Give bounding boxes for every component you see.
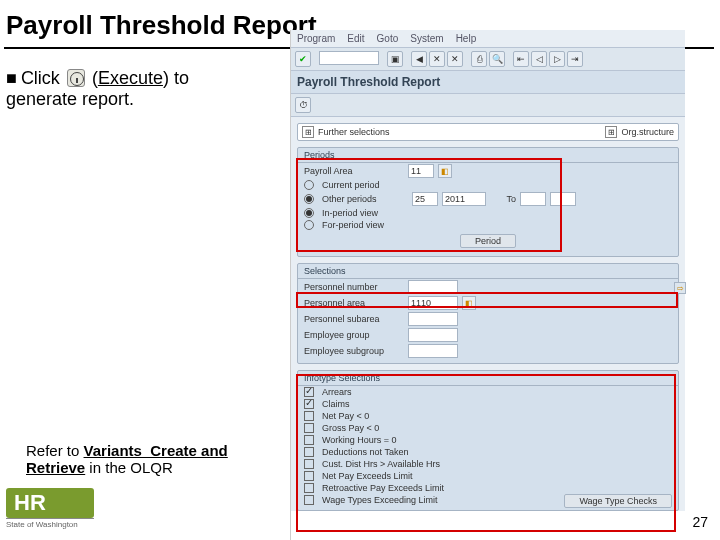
checkbox[interactable]	[304, 447, 314, 457]
infotype-header: Infotype Selections	[298, 371, 678, 386]
further-selections-bar: ⊞ Further selections ⊞ Org.structure	[297, 123, 679, 141]
other-period-2[interactable]: 2011	[442, 192, 486, 206]
infotype-item-0: Arrears	[322, 387, 352, 397]
menu-edit[interactable]: Edit	[347, 33, 364, 44]
main-toolbar: ✔ ▣ ◀ ✕ ✕ ⎙ 🔍 ⇤ ◁ ▷ ⇥	[291, 48, 685, 71]
app-toolbar: ⏱	[291, 94, 685, 117]
checkbox[interactable]	[304, 423, 314, 433]
last-icon[interactable]: ⇥	[567, 51, 583, 67]
periods-header: Periods	[298, 148, 678, 163]
infotype-item-7: Net Pay Exceeds Limit	[322, 471, 413, 481]
hr-sub: State of Washington	[6, 518, 94, 529]
instr-suffix: ) to	[163, 68, 189, 88]
back-icon[interactable]: ◀	[411, 51, 427, 67]
prev-icon[interactable]: ◁	[531, 51, 547, 67]
instr-line2: generate report.	[6, 89, 276, 110]
label-inperiod: In-period view	[322, 208, 378, 218]
infotype-panel: Infotype Selections ArrearsClaimsNet Pay…	[297, 370, 679, 511]
period-button[interactable]: Period	[460, 234, 516, 248]
payroll-area-input[interactable]: 11	[408, 164, 434, 178]
periods-panel: Periods Payroll Area 11 ◧ Current period…	[297, 147, 679, 257]
menu-bar: Program Edit Goto System Help	[291, 30, 685, 48]
expand-icon[interactable]: ⊞	[605, 126, 617, 138]
save-icon[interactable]: ▣	[387, 51, 403, 67]
hr-mark: HR	[6, 488, 94, 518]
expand-icon[interactable]: ⊞	[302, 126, 314, 138]
menu-help[interactable]: Help	[456, 33, 477, 44]
other-period-3[interactable]	[520, 192, 546, 206]
infotype-item-6: Cust. Dist Hrs > Available Hrs	[322, 459, 440, 469]
menu-program[interactable]: Program	[297, 33, 335, 44]
checkbox[interactable]	[304, 471, 314, 481]
instruction-block: ■ Click (Execute) to generate report.	[6, 68, 276, 110]
sel-pa: Personnel area	[304, 298, 404, 308]
footer-note: Refer to Variants_Create and Retrieve in…	[26, 442, 256, 476]
menu-system[interactable]: System	[410, 33, 443, 44]
other-period-4[interactable]	[550, 192, 576, 206]
label-other: Other periods	[322, 194, 408, 204]
checkbox[interactable]	[304, 387, 314, 397]
sel-eg: Employee group	[304, 330, 404, 340]
menu-goto[interactable]: Goto	[377, 33, 399, 44]
infotype-item-1: Claims	[322, 399, 350, 409]
sel-esg: Employee subgroup	[304, 346, 404, 356]
infotype-item-5: Deductions not Taken	[322, 447, 408, 457]
checkbox[interactable]	[304, 495, 314, 505]
radio-current[interactable]	[304, 180, 314, 190]
execute-icon	[67, 69, 85, 87]
label-current: Current period	[322, 180, 380, 190]
footer-rest: in the OLQR	[85, 459, 173, 476]
other-period-1[interactable]: 25	[412, 192, 438, 206]
infotype-item-2: Net Pay < 0	[322, 411, 369, 421]
search-help-icon[interactable]: ◧	[462, 296, 476, 310]
cancel-icon[interactable]: ✕	[447, 51, 463, 67]
wagetype-button[interactable]: Wage Type Checks	[564, 494, 672, 508]
instr-prefix: Click	[21, 68, 60, 88]
selections-panel: Selections Personnel number Personnel ar…	[297, 263, 679, 364]
psa-input[interactable]	[408, 312, 458, 326]
footer-refer: Refer to	[26, 442, 84, 459]
instr-exec: Execute	[98, 68, 163, 88]
checkbox[interactable]	[304, 483, 314, 493]
infotype-item-9: Wage Types Exceeding Limit	[322, 495, 438, 505]
infotype-item-8: Retroactive Pay Exceeds Limit	[322, 483, 444, 493]
radio-inperiod[interactable]	[304, 208, 314, 218]
further-label: Further selections	[318, 127, 601, 137]
search-help-icon[interactable]: ◧	[438, 164, 452, 178]
page-number: 27	[692, 514, 708, 530]
checkbox[interactable]	[304, 399, 314, 409]
to-label: To	[490, 194, 516, 204]
radio-other[interactable]	[304, 194, 314, 204]
checkbox[interactable]	[304, 459, 314, 469]
esg-input[interactable]	[408, 344, 458, 358]
selections-header: Selections	[298, 264, 678, 279]
next-icon[interactable]: ▷	[549, 51, 565, 67]
org-label: Org.structure	[621, 127, 674, 137]
radio-forperiod[interactable]	[304, 220, 314, 230]
print-icon[interactable]: ⎙	[471, 51, 487, 67]
bullet-square: ■	[6, 68, 17, 88]
sel-psa: Personnel subarea	[304, 314, 404, 324]
pn-input[interactable]	[408, 280, 458, 294]
label-forperiod: For-period view	[322, 220, 384, 230]
infotype-item-4: Working Hours = 0	[322, 435, 397, 445]
sap-body: ⊞ Further selections ⊞ Org.structure Per…	[291, 117, 685, 511]
enter-icon[interactable]: ✔	[295, 51, 311, 67]
execute-button[interactable]: ⏱	[295, 97, 311, 113]
exit-icon[interactable]: ✕	[429, 51, 445, 67]
first-icon[interactable]: ⇤	[513, 51, 529, 67]
multi-select-icon[interactable]: ⇨	[674, 282, 686, 294]
find-icon[interactable]: 🔍	[489, 51, 505, 67]
command-field[interactable]	[319, 51, 379, 65]
pa-input[interactable]: 1110	[408, 296, 458, 310]
hr-logo: HR State of Washington	[6, 488, 94, 529]
sap-window: Program Edit Goto System Help ✔ ▣ ◀ ✕ ✕ …	[290, 30, 685, 540]
checkbox[interactable]	[304, 411, 314, 421]
infotype-item-3: Gross Pay < 0	[322, 423, 379, 433]
payroll-area-label: Payroll Area	[304, 166, 404, 176]
app-title: Payroll Threshold Report	[291, 71, 685, 94]
checkbox[interactable]	[304, 435, 314, 445]
eg-input[interactable]	[408, 328, 458, 342]
sel-pn: Personnel number	[304, 282, 404, 292]
